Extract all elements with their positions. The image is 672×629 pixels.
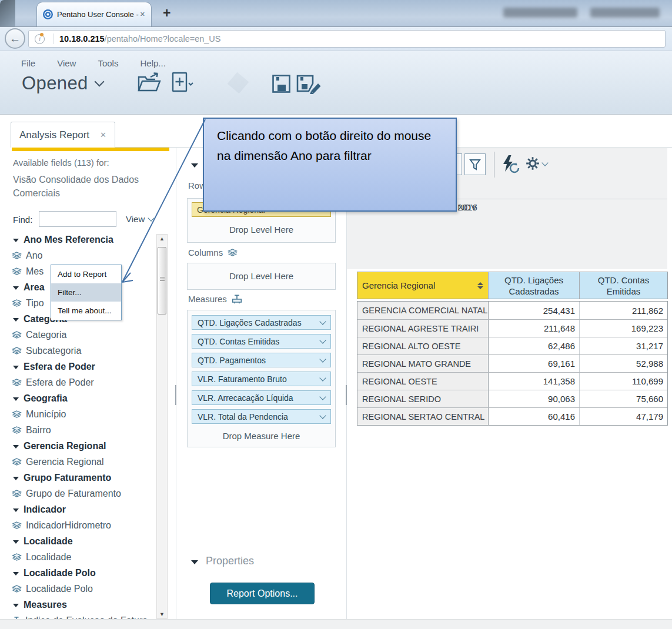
measures-drop-zone[interactable]: QTD. Ligações Cadastradas QTD. Contas Em… bbox=[187, 310, 336, 447]
save-as-button[interactable] bbox=[296, 74, 322, 96]
field-item[interactable]: Ano bbox=[0, 247, 154, 263]
menu-item[interactable]: Tools bbox=[98, 58, 118, 68]
dimension-level-icon bbox=[12, 458, 22, 466]
context-menu-item[interactable]: Tell me about... bbox=[51, 302, 121, 320]
field-label: Ano bbox=[26, 250, 42, 261]
back-button[interactable]: ← bbox=[5, 28, 25, 49]
table-row: GERENCIA COMERCIAL NATAL 254,431 211,862 bbox=[357, 302, 667, 319]
layout-collapse-icon[interactable] bbox=[191, 163, 198, 168]
field-item[interactable]: Gerencia Regional bbox=[0, 438, 154, 454]
value-cell: 90,063 bbox=[489, 390, 580, 407]
close-report-icon[interactable]: ✕ bbox=[100, 131, 106, 139]
field-item[interactable]: Grupo Faturamento bbox=[0, 470, 154, 486]
collapse-triangle-icon bbox=[13, 318, 19, 322]
field-item[interactable]: IndicadorHidrometro bbox=[0, 517, 154, 533]
scrollbar-thumb[interactable] bbox=[158, 247, 166, 315]
measure-chip[interactable]: QTD. Ligações Cadastradas bbox=[192, 315, 331, 330]
pentaho-favicon-icon bbox=[43, 9, 53, 19]
column-header-gerencia-regional[interactable]: Gerencia Regional bbox=[357, 272, 489, 299]
url-bar[interactable]: i 10.18.0.215 /pentaho/Home?locale=en_US bbox=[28, 30, 666, 48]
splitter-handle[interactable] bbox=[175, 385, 176, 405]
dimension-level-icon bbox=[12, 490, 22, 497]
dimension-level-icon bbox=[12, 585, 22, 593]
new-tab-button[interactable]: + bbox=[163, 5, 170, 21]
dimension-level-icon bbox=[12, 252, 22, 259]
measure-chip-label: QTD. Contas Emitidas bbox=[198, 337, 279, 346]
context-menu-item[interactable]: Filter... bbox=[51, 283, 121, 302]
measure-chip[interactable]: QTD. Contas Emitidas bbox=[192, 334, 331, 349]
table-header-row: Gerencia Regional QTD. Ligações Cadastra… bbox=[357, 272, 668, 299]
column-header-qtd-ligacoes[interactable]: QTD. Ligações Cadastradas bbox=[489, 272, 580, 299]
left-panel-splitter[interactable] bbox=[176, 147, 176, 619]
column-header-qtd-contas[interactable]: QTD. Contas Emitidas bbox=[580, 272, 667, 299]
menu-item[interactable]: View bbox=[57, 58, 76, 68]
table-row: REGIONAL MATO GRANDE 69,161 52,988 bbox=[357, 354, 667, 372]
funnel-icon bbox=[469, 158, 482, 171]
measure-chip[interactable]: VLR. Faturamento Bruto bbox=[192, 372, 331, 386]
field-item[interactable]: Localidade Polo bbox=[0, 565, 154, 581]
table-row: REGIONAL ALTO OESTE 62,486 31,217 bbox=[357, 337, 667, 354]
tab-analysis-report[interactable]: Analysis Report ✕ bbox=[11, 122, 115, 148]
dimension-level-icon bbox=[12, 521, 22, 529]
chevron-down-icon[interactable] bbox=[319, 374, 326, 381]
columns-drop-zone[interactable]: Drop Level Here bbox=[187, 263, 336, 290]
dimension-level-icon bbox=[12, 331, 22, 339]
new-report-button[interactable] bbox=[170, 71, 194, 98]
field-item[interactable]: Ano Mes Referencia bbox=[0, 232, 154, 247]
tab-close-icon[interactable]: ✕ bbox=[140, 11, 145, 18]
scroll-down-arrow[interactable]: ▼ bbox=[156, 611, 168, 617]
measure-chip-list: QTD. Ligações Cadastradas QTD. Contas Em… bbox=[192, 315, 331, 424]
field-item[interactable]: Esfera de Poder bbox=[0, 374, 154, 390]
chevron-down-icon[interactable] bbox=[319, 356, 326, 362]
browse-files-button[interactable] bbox=[137, 72, 162, 95]
field-item[interactable]: Localidade Polo bbox=[0, 581, 154, 597]
chevron-down-icon[interactable] bbox=[319, 337, 326, 343]
drop-level-hint: Drop Level Here bbox=[188, 225, 335, 235]
header-label: Gerencia Regional bbox=[362, 280, 435, 290]
field-label: Measures bbox=[24, 600, 67, 610]
field-label: Gerencia Regional bbox=[26, 457, 104, 467]
chevron-down-icon[interactable] bbox=[319, 318, 326, 324]
dimension-level-icon bbox=[12, 410, 22, 418]
opened-dropdown[interactable]: Opened bbox=[22, 73, 103, 94]
field-item[interactable]: Categoria bbox=[0, 327, 154, 343]
measure-chip[interactable]: VLR. Total da Pendencia bbox=[192, 409, 331, 424]
field-label: Tipo bbox=[26, 298, 44, 309]
field-item[interactable]: Esfera de Poder bbox=[0, 359, 154, 374]
measure-chip[interactable]: VLR. Arrecacação Líquida bbox=[192, 390, 331, 405]
measure-chip[interactable]: QTD. Pagamentos bbox=[192, 353, 331, 367]
auto-refresh-button[interactable] bbox=[500, 155, 521, 175]
filter-toggle-button[interactable] bbox=[464, 153, 486, 175]
field-label: Localidade Polo bbox=[26, 584, 93, 594]
field-item[interactable]: Município bbox=[0, 406, 154, 422]
chevron-down-icon[interactable] bbox=[319, 393, 326, 400]
menu-item[interactable]: File bbox=[21, 58, 35, 68]
find-input[interactable] bbox=[39, 211, 116, 227]
save-button[interactable] bbox=[272, 74, 291, 96]
measures-label: Measures bbox=[188, 294, 242, 304]
value-cell: 254,431 bbox=[489, 302, 580, 319]
settings-dropdown[interactable] bbox=[525, 156, 547, 171]
sort-icon[interactable] bbox=[477, 282, 483, 289]
field-item[interactable]: Measures bbox=[0, 597, 154, 613]
field-item[interactable]: Localidade bbox=[0, 549, 154, 565]
field-item[interactable]: Indicador bbox=[0, 501, 154, 517]
chevron-down-icon bbox=[148, 215, 155, 221]
field-item[interactable]: Geografia bbox=[0, 390, 154, 406]
menu-item[interactable]: Help... bbox=[140, 58, 165, 68]
context-menu-item[interactable]: Add to Report bbox=[51, 265, 121, 283]
field-item[interactable]: Subcategoria bbox=[0, 343, 154, 359]
splitter-handle[interactable] bbox=[346, 385, 347, 405]
properties-section[interactable]: Properties bbox=[191, 555, 254, 567]
field-item[interactable]: Bairro bbox=[0, 422, 154, 438]
chevron-down-icon[interactable] bbox=[319, 412, 326, 419]
scroll-up-arrow[interactable]: ▲ bbox=[156, 236, 168, 242]
value-cell: 75,660 bbox=[580, 390, 667, 407]
report-options-button[interactable]: Report Options... bbox=[210, 583, 315, 604]
field-item[interactable]: Indice de Evolucao do Fatura bbox=[0, 613, 154, 619]
field-item[interactable]: Localidade bbox=[0, 533, 154, 549]
field-item[interactable]: Grupo de Faturamento bbox=[0, 486, 154, 501]
view-dropdown[interactable]: View bbox=[126, 214, 153, 224]
browser-tab[interactable]: Pentaho User Console - An... ✕ bbox=[36, 2, 152, 26]
field-item[interactable]: Gerencia Regional bbox=[0, 454, 154, 470]
